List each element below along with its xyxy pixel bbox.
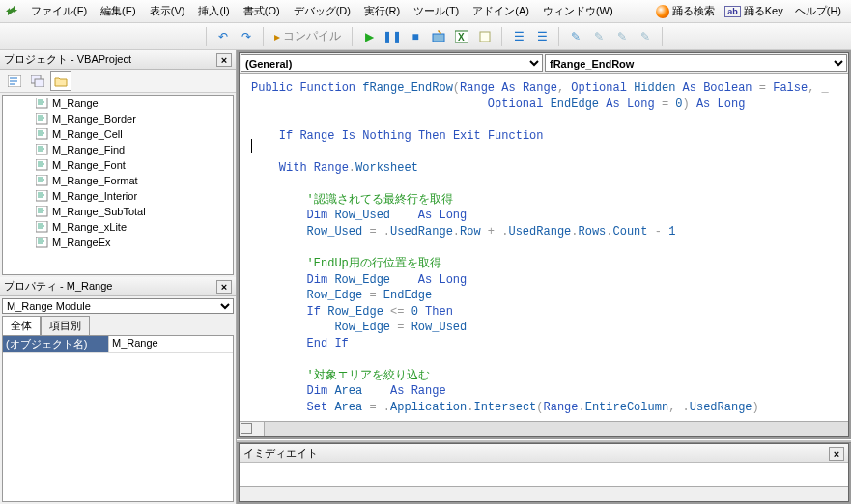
project-panel-close-button[interactable]: × [216, 53, 232, 67]
menu-run[interactable]: 実行(R) [358, 2, 406, 20]
tree-item[interactable]: M_Range_Cell [36, 126, 233, 142]
menu-view[interactable]: 表示(V) [144, 2, 191, 20]
module-icon [36, 144, 49, 155]
redo-button[interactable]: ↷ [237, 27, 256, 46]
toggle-folders-button[interactable] [50, 71, 71, 91]
property-value[interactable]: M_Range [109, 336, 233, 352]
tree-item[interactable]: M_Range_Font [36, 157, 233, 173]
tree-item[interactable]: M_Range [36, 96, 233, 111]
menu-window[interactable]: ウィンドウ(W) [537, 2, 619, 20]
menu-addins[interactable]: アドイン(A) [467, 2, 535, 20]
project-panel-title: プロジェクト - VBAProject [4, 52, 216, 67]
tree-item-label: M_Range [52, 98, 99, 109]
tool2-button[interactable]: ✎ [589, 27, 609, 46]
tool3-button[interactable]: ✎ [612, 27, 632, 46]
module-icon [36, 221, 49, 233]
svg-rect-0 [433, 34, 444, 42]
project-explorer-panel: プロジェクト - VBAProject × M_RangeM_Range_Bor… [0, 50, 236, 277]
code-view-switch[interactable] [240, 421, 265, 436]
code-window: (General) fRange_EndRow Public Function … [239, 52, 849, 437]
module-icon [36, 159, 49, 171]
tree-item-label: M_Range_xLite [52, 221, 127, 233]
tool1-button[interactable]: ✎ [566, 27, 585, 46]
menu-format[interactable]: 書式(O) [238, 2, 286, 20]
svg-rect-3 [480, 32, 490, 42]
module-icon [36, 190, 49, 202]
menu-tools[interactable]: ツール(T) [408, 2, 465, 20]
tree-item-label: M_Range_Find [52, 144, 125, 155]
object-dropdown[interactable]: (General) [241, 54, 543, 72]
svg-text:X: X [458, 32, 465, 42]
tree-item[interactable]: M_Range_xLite [36, 219, 233, 235]
run-button[interactable]: ▶ [359, 27, 379, 46]
tree-item-label: M_Range_Format [52, 175, 138, 186]
excel-button[interactable]: X [452, 27, 471, 46]
module-icon [36, 175, 49, 186]
tree-item-label: M_Range_SubTotal [52, 206, 146, 217]
stop-button[interactable]: ■ [406, 27, 425, 46]
project-tree[interactable]: M_RangeM_Range_BorderM_Range_CellM_Range… [2, 95, 234, 275]
immediate-close-button[interactable]: × [829, 447, 844, 461]
module-icon [36, 237, 49, 248]
undo-button[interactable]: ↶ [213, 27, 233, 46]
indent-button[interactable]: ☰ [509, 27, 528, 46]
tree-item[interactable]: M_Range_Interior [36, 188, 233, 204]
module-icon [36, 113, 49, 125]
module-icon [36, 128, 49, 140]
svg-rect-9 [35, 79, 44, 87]
menu-insert[interactable]: 挿入(I) [192, 2, 235, 20]
properties-panel: プロパティ - M_Range × M_Range Module 全体 項目別 … [0, 277, 236, 504]
tree-item[interactable]: M_Range_Border [36, 111, 233, 126]
properties-panel-title: プロパティ - M_Range [4, 279, 216, 294]
outdent-button[interactable]: ☰ [532, 27, 552, 46]
menu-file[interactable]: ファイル(F) [25, 2, 93, 20]
module-button[interactable] [475, 27, 495, 46]
tree-item[interactable]: M_Range_SubTotal [36, 204, 233, 219]
properties-panel-close-button[interactable]: × [216, 280, 232, 294]
view-code-button[interactable] [4, 71, 25, 91]
tree-item-label: M_RangeEx [52, 237, 111, 248]
tool4-button[interactable]: ✎ [636, 27, 655, 46]
menu-help[interactable]: ヘルプ(H) [789, 2, 847, 20]
properties-grid[interactable]: (オブジェクト名) M_Range [2, 335, 234, 502]
tree-item[interactable]: M_Range_Find [36, 142, 233, 157]
tree-item-label: M_Range_Interior [52, 190, 137, 202]
code-horizontal-scrollbar[interactable] [265, 421, 848, 436]
tree-item[interactable]: M_Range_Format [36, 173, 233, 188]
property-name: (オブジェクト名) [3, 336, 109, 352]
immediate-scrollbar[interactable] [240, 486, 848, 501]
menu-odoru-search[interactable]: 踊る検索 [652, 2, 719, 20]
compile-button[interactable]: ▸コンパイル [270, 27, 345, 46]
pause-button[interactable]: ❚❚ [383, 27, 402, 46]
procedure-dropdown[interactable]: fRange_EndRow [545, 54, 847, 72]
tree-item-label: M_Range_Font [52, 159, 126, 171]
module-icon [36, 206, 49, 217]
properties-tab-all[interactable]: 全体 [2, 316, 41, 335]
immediate-input[interactable] [240, 463, 848, 486]
view-object-button[interactable] [27, 71, 48, 91]
properties-tab-categorized[interactable]: 項目別 [41, 316, 90, 335]
tree-item-label: M_Range_Cell [52, 128, 123, 140]
tree-item-label: M_Range_Border [52, 113, 136, 125]
property-row[interactable]: (オブジェクト名) M_Range [3, 336, 233, 353]
menu-bar: ファイル(F) 編集(E) 表示(V) 挿入(I) 書式(O) デバッグ(D) … [0, 0, 851, 23]
menu-edit[interactable]: 編集(E) [95, 2, 142, 20]
app-logo-icon [4, 4, 19, 19]
immediate-title: イミディエイト [243, 446, 829, 461]
toolbar: ↶ ↷ ▸コンパイル ▶ ❚❚ ■ X ☰ ☰ ✎ ✎ ✎ ✎ [0, 23, 851, 50]
menu-debug[interactable]: デバッグ(D) [288, 2, 356, 20]
immediate-window: イミディエイト × [239, 443, 849, 502]
properties-object-select[interactable]: M_Range Module [2, 298, 234, 314]
design-mode-button[interactable] [429, 27, 448, 46]
module-icon [36, 98, 49, 109]
menu-odoru-key[interactable]: ab踊るKey [721, 2, 786, 20]
code-editor[interactable]: Public Function fRange_EndRow(Range As R… [240, 74, 848, 421]
tree-item[interactable]: M_RangeEx [36, 235, 233, 250]
